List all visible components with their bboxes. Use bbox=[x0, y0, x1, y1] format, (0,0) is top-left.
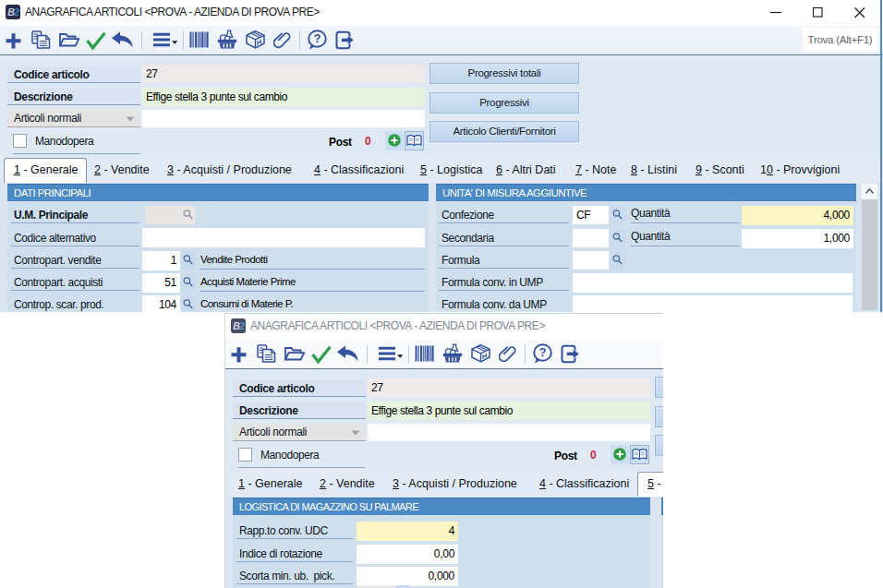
svg-text:?: ? bbox=[314, 32, 321, 45]
svg-text:?: ? bbox=[539, 346, 547, 359]
